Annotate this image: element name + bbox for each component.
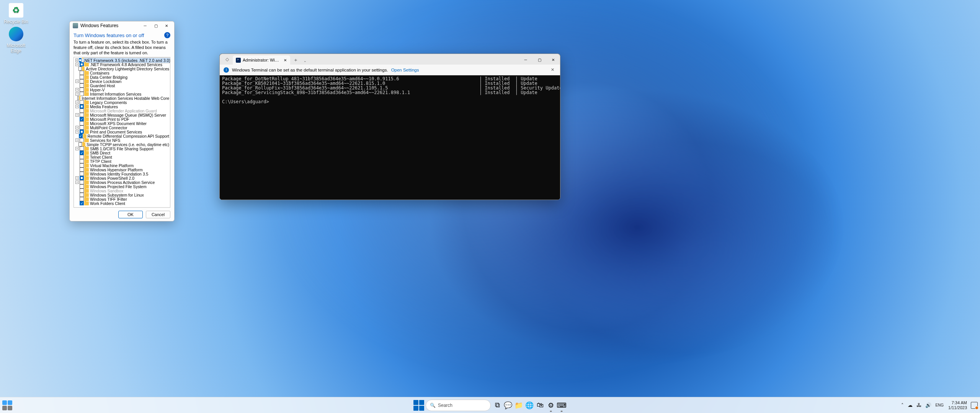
feature-row[interactable]: Virtual Machine Platform — [75, 163, 169, 167]
feature-row[interactable]: Windows Identity Foundation 3.5 — [75, 172, 169, 176]
feature-row[interactable]: ✓Remote Differential Compression API Sup… — [75, 134, 169, 138]
feature-checkbox[interactable] — [80, 193, 84, 197]
start-button[interactable] — [413, 400, 424, 411]
close-button[interactable]: ✕ — [161, 21, 172, 30]
feature-row[interactable]: +.NET Framework 3.5 (includes .NET 2.0 a… — [75, 58, 169, 62]
tab-powershell[interactable]: Administrator: Windows Pow… ✕ — [233, 55, 290, 65]
open-settings-link[interactable]: Open Settings — [391, 68, 419, 72]
feature-row[interactable]: +Services for NFS — [75, 138, 169, 142]
expander-icon[interactable]: + — [75, 88, 79, 91]
feature-checkbox[interactable] — [80, 104, 84, 109]
feature-row[interactable]: Guarded Host — [75, 83, 169, 88]
onedrive-icon[interactable]: ☁ — [906, 402, 914, 408]
feature-row[interactable]: Active Directory Lightweight Directory S… — [75, 67, 169, 71]
feature-row[interactable]: ✓Work Folders Client — [75, 201, 169, 205]
feature-row[interactable]: +Internet Information Services — [75, 92, 169, 96]
feature-checkbox[interactable] — [78, 67, 82, 71]
feature-row[interactable]: Internet Information Services Hostable W… — [75, 96, 169, 100]
feature-row[interactable]: +Print and Document Services — [75, 130, 169, 134]
expander-icon[interactable]: + — [75, 176, 79, 180]
feature-checkbox[interactable] — [80, 88, 84, 92]
maximize-button[interactable]: ▢ — [532, 55, 546, 65]
tab-dropdown-button[interactable]: ⌄ — [301, 59, 309, 63]
feature-row[interactable]: Windows Hypervisor Platform — [75, 167, 169, 172]
feature-checkbox[interactable] — [80, 121, 84, 125]
expander-icon[interactable]: + — [75, 138, 79, 142]
feature-row[interactable]: +Microsoft Message Queue (MSMQ) Server — [75, 113, 169, 117]
feature-checkbox[interactable] — [80, 189, 84, 193]
titlebar[interactable]: Windows Features ─ ▢ ✕ — [70, 21, 174, 30]
feature-checkbox[interactable]: ✓ — [79, 134, 83, 138]
feature-checkbox[interactable] — [80, 83, 84, 88]
feature-row[interactable]: +SMB 1.0/CIFS File Sharing Support — [75, 146, 169, 151]
feature-row[interactable]: Microsoft Defender Application Guard — [75, 109, 169, 113]
expander-icon[interactable]: + — [75, 180, 79, 184]
feature-checkbox[interactable] — [80, 172, 84, 176]
features-tree[interactable]: +.NET Framework 3.5 (includes .NET 2.0 a… — [74, 57, 170, 208]
feature-checkbox[interactable] — [80, 146, 84, 151]
feature-row[interactable]: Simple TCPIP services (i.e. echo, daytim… — [75, 142, 169, 146]
ok-button[interactable]: OK — [118, 211, 143, 218]
terminal-output[interactable]: Package_for_DotNetRollup_481~31bf3856ad3… — [220, 75, 560, 200]
minimize-button[interactable]: ─ — [140, 21, 150, 30]
taskbar-app-edge[interactable]: 🌐 — [524, 398, 534, 413]
feature-row[interactable]: Windows TIFF IFilter — [75, 197, 169, 201]
feature-checkbox[interactable] — [77, 96, 79, 100]
close-button[interactable]: ✕ — [546, 55, 560, 65]
expander-icon[interactable]: + — [75, 59, 78, 62]
feature-row[interactable]: TFTP Client — [75, 159, 169, 163]
feature-row[interactable]: Data Center Bridging — [75, 75, 169, 79]
feature-checkbox[interactable] — [80, 167, 84, 172]
expander-icon[interactable]: + — [75, 63, 79, 66]
volume-icon[interactable]: 🔊 — [924, 402, 933, 408]
feature-row[interactable]: +Hyper-V — [75, 88, 169, 92]
language-icon[interactable]: ENG — [934, 403, 945, 407]
feature-row[interactable]: Windows Sandbox — [75, 189, 169, 193]
expander-icon[interactable]: + — [75, 130, 79, 133]
feature-row[interactable]: Windows Subsystem for Linux — [75, 193, 169, 197]
feature-row[interactable]: +Media Features — [75, 104, 169, 109]
infobar-close-icon[interactable]: ✕ — [549, 67, 556, 73]
search-box[interactable]: 🔍 Search — [426, 400, 491, 411]
feature-row[interactable]: Containers — [75, 71, 169, 75]
new-tab-button[interactable]: ＋ — [290, 57, 301, 63]
feature-row[interactable]: +Windows Process Activation Service — [75, 180, 169, 184]
feature-row[interactable]: +Windows PowerShell 2.0 — [75, 176, 169, 180]
feature-checkbox[interactable]: ✓ — [80, 117, 84, 121]
feature-checkbox[interactable] — [80, 176, 84, 180]
taskbar-app-task-view[interactable]: ⧉ — [492, 398, 502, 413]
feature-row[interactable]: +Device Lockdown — [75, 79, 169, 83]
feature-checkbox[interactable] — [78, 142, 82, 146]
taskbar-app-terminal[interactable]: ⌨ — [557, 398, 567, 413]
feature-checkbox[interactable] — [80, 155, 84, 159]
expander-icon[interactable]: + — [75, 147, 79, 150]
feature-row[interactable]: Telnet Client — [75, 155, 169, 159]
feature-row[interactable]: +Legacy Components — [75, 100, 169, 104]
feature-checkbox[interactable] — [80, 125, 84, 130]
expander-icon[interactable]: + — [75, 101, 79, 104]
feature-checkbox[interactable] — [79, 58, 82, 62]
minimize-button[interactable]: ─ — [519, 55, 532, 65]
desktop-icon-recycle-bin[interactable]: Recycle Bin — [2, 2, 31, 24]
expander-icon[interactable]: + — [75, 113, 79, 117]
feature-checkbox[interactable] — [80, 100, 84, 104]
widgets-button[interactable] — [2, 400, 12, 410]
expander-icon[interactable]: + — [75, 126, 79, 129]
taskbar-app-store[interactable]: 🛍 — [535, 398, 545, 413]
expander-icon[interactable]: + — [75, 92, 79, 96]
feature-checkbox[interactable] — [80, 109, 84, 113]
feature-row[interactable]: ✓Microsoft Print to PDF — [75, 117, 169, 121]
expander-icon[interactable]: + — [75, 105, 79, 108]
tray-overflow-icon[interactable]: ˄ — [900, 402, 905, 408]
feature-checkbox[interactable] — [80, 180, 84, 184]
feature-row[interactable]: +MultiPoint Connector — [75, 125, 169, 130]
feature-checkbox[interactable]: ✓ — [80, 151, 84, 155]
taskbar-app-windows-features[interactable]: ⚙ — [546, 398, 556, 413]
network-icon[interactable]: 🖧 — [915, 402, 923, 408]
maximize-button[interactable]: ▢ — [150, 21, 161, 30]
expander-icon[interactable]: + — [75, 80, 79, 83]
titlebar[interactable]: ◇ Administrator: Windows Pow… ✕ ＋ ⌄ ─ ▢ … — [220, 54, 560, 65]
feature-checkbox[interactable] — [80, 71, 84, 75]
feature-checkbox[interactable] — [80, 159, 84, 163]
shield-icon[interactable]: ◇ — [223, 55, 231, 63]
